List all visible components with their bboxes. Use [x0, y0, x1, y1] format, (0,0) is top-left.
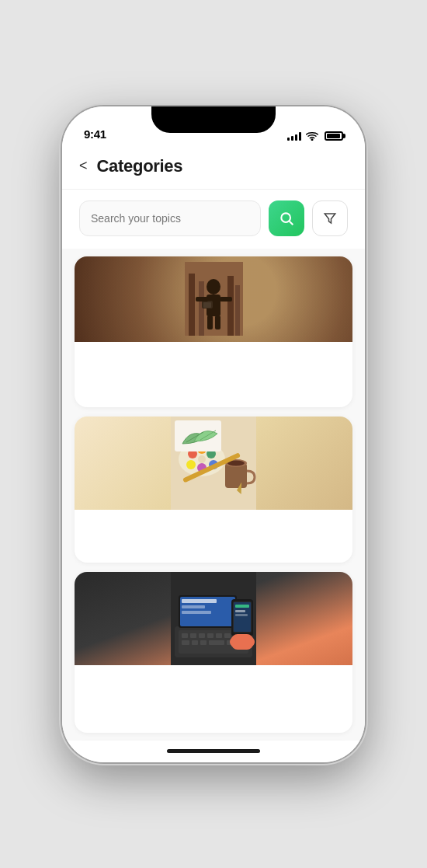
wifi-icon	[306, 131, 318, 141]
svg-rect-40	[207, 633, 214, 638]
svg-point-0	[311, 138, 313, 140]
svg-point-9	[207, 279, 220, 295]
svg-rect-42	[224, 633, 231, 638]
mobile-illustration	[171, 572, 256, 665]
svg-rect-51	[182, 599, 217, 603]
svg-rect-38	[190, 633, 196, 638]
search-icon	[279, 211, 294, 226]
svg-rect-47	[209, 640, 224, 645]
svg-rect-37	[182, 633, 188, 638]
svg-rect-6	[199, 281, 204, 336]
home-indicator	[62, 741, 365, 762]
categories-list: How to master the photography Learn phot…	[62, 249, 365, 741]
phone-frame: 9:41 < Categories	[62, 106, 365, 762]
battery-icon	[325, 131, 343, 141]
svg-rect-13	[207, 315, 213, 329]
svg-rect-53	[182, 611, 211, 614]
filter-button[interactable]	[312, 200, 348, 236]
home-bar	[167, 749, 260, 753]
svg-rect-59	[235, 614, 248, 616]
svg-rect-16	[220, 297, 232, 302]
status-icons	[287, 131, 343, 141]
back-button[interactable]: <	[79, 158, 88, 174]
search-area	[62, 190, 365, 249]
search-container	[79, 200, 261, 236]
header: < Categories	[62, 145, 365, 190]
card-image-mobile	[75, 572, 352, 665]
search-button[interactable]	[269, 200, 304, 236]
screen-content[interactable]: < Categories	[62, 145, 365, 741]
svg-rect-8	[235, 285, 240, 336]
search-input[interactable]	[79, 200, 261, 236]
svg-rect-52	[182, 605, 205, 608]
svg-rect-5	[189, 274, 195, 336]
svg-rect-39	[199, 633, 205, 638]
svg-rect-7	[227, 276, 234, 336]
status-time: 9:41	[84, 127, 106, 141]
svg-rect-61	[231, 634, 253, 650]
filter-icon	[323, 211, 337, 225]
svg-rect-45	[192, 640, 198, 645]
category-card-photography[interactable]: How to master the photography Learn phot…	[75, 256, 352, 407]
svg-point-24	[186, 460, 196, 469]
category-card-drawing[interactable]: Drawing Master your drawing skills to en…	[75, 417, 352, 563]
svg-rect-12	[203, 302, 211, 308]
svg-rect-46	[200, 640, 207, 645]
svg-line-2	[290, 221, 293, 225]
card-image-drawing	[75, 417, 352, 510]
svg-point-1	[281, 213, 290, 222]
notch	[151, 106, 276, 133]
drawing-illustration	[171, 417, 256, 510]
svg-point-25	[198, 455, 206, 463]
svg-marker-3	[325, 214, 335, 223]
category-card-mobile[interactable]: Mobile learning Become a mobile develope…	[75, 572, 352, 733]
svg-rect-57	[235, 605, 249, 608]
photography-illustration	[185, 262, 243, 336]
page-title: Categories	[97, 156, 183, 176]
card-image-photography	[75, 256, 352, 342]
svg-rect-58	[235, 610, 245, 612]
signal-icon	[287, 131, 301, 141]
svg-rect-41	[216, 633, 222, 638]
svg-rect-14	[215, 315, 220, 329]
svg-rect-15	[196, 297, 208, 302]
svg-rect-44	[182, 640, 189, 645]
